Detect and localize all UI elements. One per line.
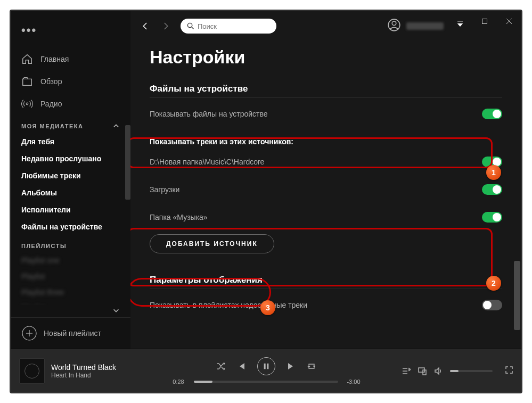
add-source-button[interactable]: ДОБАВИТЬ ИСТОЧНИК bbox=[150, 234, 274, 253]
nav-home[interactable]: Главная bbox=[11, 48, 130, 70]
user-icon[interactable] bbox=[387, 18, 401, 34]
user-name-redacted bbox=[406, 22, 444, 30]
svg-rect-12 bbox=[264, 363, 265, 369]
new-playlist-button[interactable]: Новый плейлист bbox=[11, 317, 130, 349]
source-path: Папка «Музыка» bbox=[150, 213, 208, 221]
lib-local-files[interactable]: Файлы на устройстве bbox=[11, 218, 130, 235]
nav-browse-label: Обзор bbox=[40, 77, 62, 86]
page-title: Настройки bbox=[150, 47, 502, 68]
window-controls bbox=[448, 11, 521, 32]
elapsed-time: 0:28 bbox=[168, 379, 189, 385]
maximize-button[interactable] bbox=[472, 11, 497, 32]
app-window: ••• Главная Обзор Радио МОЯ МЕДИАТЕКА Дл… bbox=[10, 10, 522, 393]
lib-albums[interactable]: Альбомы bbox=[11, 184, 130, 201]
lib-recent[interactable]: Недавно прослушано bbox=[11, 150, 130, 167]
source-toggle[interactable] bbox=[482, 184, 502, 195]
library-header: МОЯ МЕДИАТЕКА bbox=[11, 115, 130, 133]
remaining-time: -3:00 bbox=[343, 379, 364, 385]
repeat-button[interactable] bbox=[307, 362, 316, 371]
previous-button[interactable] bbox=[237, 362, 245, 371]
show-local-files-row: Показывать файлы на устройстве bbox=[150, 100, 502, 128]
nav-back-button[interactable] bbox=[139, 20, 152, 32]
source-toggle[interactable] bbox=[482, 157, 502, 167]
show-local-files-label: Показывать файлы на устройстве bbox=[150, 110, 268, 118]
divider bbox=[150, 97, 502, 98]
main-scrollbar[interactable] bbox=[514, 261, 520, 330]
lib-for-you[interactable]: Для тебя bbox=[11, 133, 130, 150]
source-path: Загрузки bbox=[150, 185, 179, 194]
show-unavailable-toggle[interactable] bbox=[482, 300, 502, 310]
lib-liked[interactable]: Любимые треки bbox=[11, 167, 130, 184]
nav-browse[interactable]: Обзор bbox=[11, 70, 130, 93]
lib-artists[interactable]: Исполнители bbox=[11, 201, 130, 218]
nav-home-label: Главная bbox=[40, 55, 69, 63]
close-button[interactable] bbox=[497, 11, 521, 32]
radio-icon bbox=[21, 98, 33, 110]
devices-button[interactable] bbox=[418, 367, 427, 375]
progress-bar[interactable] bbox=[194, 381, 338, 383]
menu-ellipsis-icon[interactable]: ••• bbox=[11, 19, 130, 48]
playlist-item[interactable]: Playlist bbox=[11, 268, 130, 284]
playlists-collapse bbox=[11, 305, 130, 317]
nav-radio[interactable]: Радио bbox=[11, 93, 130, 115]
local-files-section-title: Файлы на устройстве bbox=[150, 84, 502, 94]
show-local-files-toggle[interactable] bbox=[482, 109, 502, 119]
home-icon bbox=[21, 53, 33, 65]
playlist-item[interactable]: Playlist three bbox=[11, 284, 130, 300]
search-icon bbox=[187, 22, 194, 30]
volume-button[interactable] bbox=[434, 367, 443, 375]
settings-content: Настройки Файлы на устройстве Показывать… bbox=[130, 42, 521, 349]
source-toggle[interactable] bbox=[482, 212, 502, 223]
volume-slider[interactable] bbox=[450, 370, 493, 372]
sidebar: ••• Главная Обзор Радио МОЯ МЕДИАТЕКА Дл… bbox=[11, 11, 130, 349]
nav-forward-button[interactable] bbox=[159, 20, 172, 32]
svg-rect-1 bbox=[482, 19, 487, 24]
chevron-up-icon[interactable] bbox=[112, 122, 120, 130]
sidebar-scrollbar[interactable] bbox=[125, 125, 130, 200]
playlists-header: ПЛЕЙЛИСТЫ bbox=[11, 235, 130, 252]
source-path: D:\Новая папка\Music\C\Hardcore bbox=[150, 158, 264, 166]
show-unavailable-label: Показывать в плейлистах недоступные трек… bbox=[150, 301, 307, 309]
next-button[interactable] bbox=[287, 362, 296, 371]
nav-radio-label: Радио bbox=[40, 100, 62, 108]
browse-icon bbox=[21, 76, 33, 87]
search-input[interactable] bbox=[198, 22, 270, 30]
svg-line-9 bbox=[192, 27, 193, 29]
now-playing: World Turned Black Heart In Hand bbox=[19, 358, 168, 384]
svg-rect-13 bbox=[267, 363, 268, 369]
shuffle-button[interactable] bbox=[217, 362, 225, 371]
sources-subtitle: Показывать треки из этих источников: bbox=[150, 128, 502, 148]
pause-button[interactable] bbox=[257, 357, 275, 375]
show-unavailable-row: Показывать в плейлистах недоступные трек… bbox=[150, 291, 502, 319]
search-box[interactable] bbox=[181, 19, 276, 34]
svg-point-4 bbox=[26, 103, 28, 105]
plus-circle-icon bbox=[21, 325, 37, 341]
fullscreen-button[interactable] bbox=[505, 366, 513, 376]
display-section-title: Параметры отображения bbox=[150, 275, 502, 285]
playlist-item[interactable]: Playlist one bbox=[11, 252, 130, 268]
source-row: Папка «Музыка» bbox=[150, 203, 502, 231]
svg-point-8 bbox=[187, 23, 192, 27]
playlist-item[interactable]: Playlist bbox=[11, 300, 130, 305]
album-art[interactable] bbox=[19, 358, 45, 384]
divider bbox=[150, 289, 502, 289]
source-row: D:\Новая папка\Music\C\Hardcore bbox=[150, 148, 502, 176]
track-title[interactable]: World Turned Black bbox=[51, 363, 116, 372]
svg-point-11 bbox=[392, 21, 396, 26]
chevron-down-icon[interactable] bbox=[112, 307, 120, 314]
source-row: Загрузки bbox=[150, 176, 502, 203]
queue-button[interactable] bbox=[402, 367, 411, 375]
minimize-button[interactable] bbox=[448, 11, 472, 32]
track-artist[interactable]: Heart In Hand bbox=[51, 372, 116, 379]
player-bar: World Turned Black Heart In Hand 0:28 -3… bbox=[11, 349, 521, 392]
new-playlist-label: Новый плейлист bbox=[44, 329, 101, 338]
main-panel: Настройки Файлы на устройстве Показывать… bbox=[130, 11, 521, 349]
